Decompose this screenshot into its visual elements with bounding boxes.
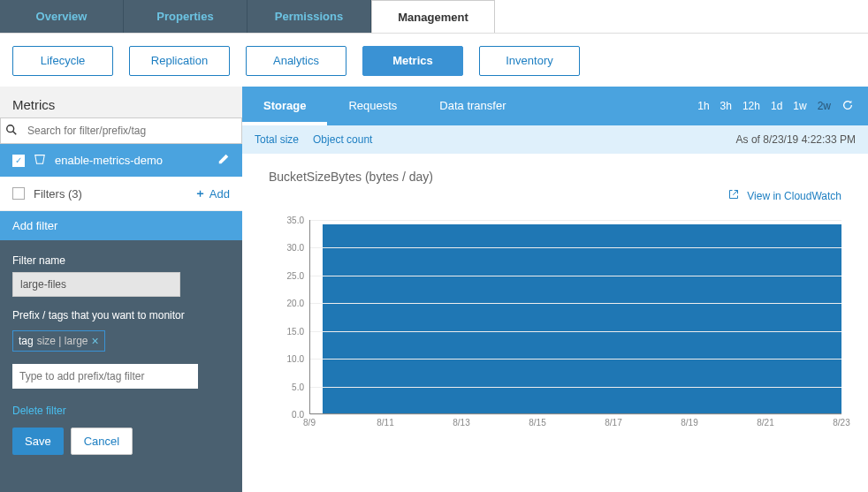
y-tick: 5.0 [292, 382, 304, 391]
tab-management[interactable]: Management [371, 0, 495, 33]
tag-chip[interactable]: tag size | large × [12, 330, 105, 352]
search-input[interactable] [22, 121, 241, 140]
range-3h[interactable]: 3h [720, 100, 732, 112]
subtab-lifecycle[interactable]: Lifecycle [12, 46, 113, 76]
y-tick: 15.0 [287, 326, 304, 336]
metric-tab-storage[interactable]: Storage [242, 87, 327, 125]
filter-name-input[interactable] [12, 272, 180, 297]
y-tick: 25.0 [287, 270, 304, 280]
external-link-icon [728, 190, 742, 202]
x-tick: 8/13 [453, 418, 469, 428]
x-tick: 8/17 [605, 418, 621, 428]
cloudwatch-link-text: View in CloudWatch [747, 190, 841, 202]
y-tick: 20.0 [287, 299, 304, 308]
plus-icon: ＋ [194, 185, 206, 201]
add-filter-header: Add filter [0, 211, 242, 240]
metric-tab-transfer[interactable]: Data transfer [418, 87, 527, 125]
sidebar-title: Metrics [0, 87, 242, 117]
chip-tag-value: size | large [37, 335, 88, 347]
save-button[interactable]: Save [12, 428, 64, 455]
range-1w[interactable]: 1w [793, 100, 806, 112]
search-icon [1, 124, 22, 139]
bucket-name: enable-metrics-demo [55, 154, 163, 167]
range-1d[interactable]: 1d [771, 100, 782, 112]
tab-properties[interactable]: Properties [124, 0, 247, 33]
prefix-label: Prefix / tags that you want to monitor [12, 309, 230, 322]
y-tick: 0.0 [292, 410, 304, 420]
refresh-icon[interactable] [841, 99, 854, 114]
x-tick: 8/11 [377, 418, 393, 428]
prefix-tag-input[interactable] [12, 364, 198, 389]
x-tick: 8/15 [529, 418, 545, 428]
bucket-checkbox[interactable]: ✓ [12, 155, 25, 167]
y-tick: 30.0 [287, 243, 304, 253]
filter-name-label: Filter name [12, 254, 230, 267]
object-count-link[interactable]: Object count [313, 133, 372, 146]
top-tabs-spacer [495, 0, 868, 33]
x-tick: 8/23 [833, 418, 849, 428]
edit-icon[interactable] [217, 153, 230, 168]
cancel-button[interactable]: Cancel [71, 428, 133, 455]
svg-line-2 [733, 191, 737, 195]
chart: 0.05.010.015.020.025.030.035.0 8/98/118/… [269, 220, 841, 432]
filters-checkbox[interactable] [12, 187, 25, 200]
delete-filter-link[interactable]: Delete filter [12, 405, 230, 417]
subtab-inventory[interactable]: Inventory [479, 46, 580, 76]
y-tick: 35.0 [287, 216, 304, 225]
svg-point-0 [7, 125, 14, 132]
bucket-icon [34, 153, 46, 168]
add-label: Add [209, 187, 230, 201]
subtab-metrics[interactable]: Metrics [362, 46, 463, 76]
range-1h[interactable]: 1h [697, 100, 709, 112]
subtab-replication[interactable]: Replication [129, 46, 230, 76]
tab-overview[interactable]: Overview [0, 0, 124, 33]
tab-permissions[interactable]: Permissions [247, 0, 371, 33]
x-tick: 8/21 [757, 418, 773, 428]
chip-tag-key: tag [19, 335, 34, 347]
range-2w[interactable]: 2w [818, 100, 831, 112]
y-tick: 10.0 [287, 354, 304, 364]
subtab-analytics[interactable]: Analytics [246, 46, 346, 76]
chart-title: BucketSizeBytes (bytes / day) [269, 170, 841, 184]
chip-remove-icon[interactable]: × [92, 334, 99, 348]
view-in-cloudwatch-link[interactable]: View in CloudWatch [269, 189, 841, 202]
add-filter-button[interactable]: ＋ Add [194, 185, 230, 201]
filters-label: Filters (3) [34, 187, 82, 201]
metric-tab-requests[interactable]: Requests [327, 87, 418, 125]
svg-line-1 [13, 131, 17, 134]
timestamp: As of 8/23/19 4:22:33 PM [736, 133, 856, 146]
x-tick: 8/19 [681, 418, 697, 428]
range-12h[interactable]: 12h [742, 100, 760, 112]
x-tick: 8/9 [303, 418, 316, 428]
total-size-link[interactable]: Total size [255, 133, 299, 146]
